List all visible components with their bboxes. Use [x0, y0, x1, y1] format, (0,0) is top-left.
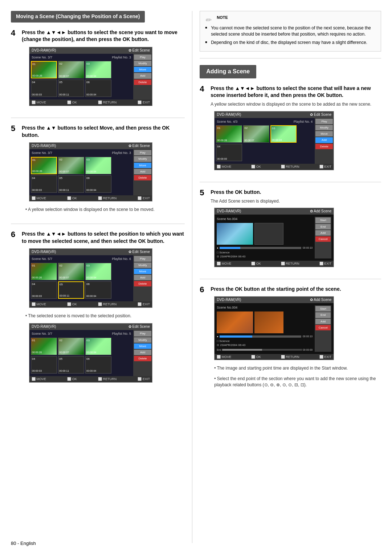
s5-thumb-5: 05 00:00:11 [58, 175, 84, 193]
add-btn[interactable]: Add [134, 73, 151, 78]
left-step6: 6 Press the ▲▼◄► buttons to select the p… [11, 231, 185, 387]
step6-content: Press the ▲▼◄► buttons to select the pos… [22, 231, 185, 387]
step6-number: 6 [11, 231, 19, 239]
footer-ok: ⬜ OK [67, 100, 77, 105]
thumb-row-1: 01 00:00:26 02 00:00:07 03 00:00:04 [31, 61, 132, 78]
divider-1 [11, 118, 185, 118]
left-step4: 4 Press the ▲▼◄► buttons to select the s… [11, 29, 185, 111]
step5-bullet: A yellow selection window is displayed o… [22, 207, 185, 213]
note-label: NOTE [217, 15, 228, 20]
right-step6: 6 Press the OK button at the starting po… [200, 286, 381, 392]
note-item-2: Depending on the kind of disc, the displ… [205, 40, 376, 46]
note-box: ✏ NOTE You cannot move the selected scen… [200, 11, 381, 52]
step4-number: 4 [11, 29, 19, 37]
step4-screen-header-right: ✿ Edit Scene [128, 48, 150, 53]
s5-thumb-4: 04 00:00:03 [31, 175, 57, 193]
thumb-4: 04 00:00:03 [31, 80, 57, 97]
add-scene-no: Scene No.004 [217, 217, 313, 221]
add-scene-info2: ⊙ 23/APR/2004 06:43 [217, 254, 313, 258]
note-icon: ✏ [205, 15, 214, 25]
add-scene6-info2: ⊙ 23/APR/2004 06:43 [217, 343, 313, 347]
right-step4-note: A yellow selection window is displayed o… [211, 101, 381, 107]
s5-thumb-1: 01 00:00:26 [31, 157, 57, 174]
right-step6-content: Press the OK button at the starting poin… [211, 286, 381, 392]
step4-thumbnails: Scene No. 3/7 Playlist No. 3 01 00:00:26… [29, 54, 133, 100]
right-step6-screen: DVD-RAM(VR) ✿ Add Scene Scene No.004 ● [214, 296, 334, 360]
right-step5: 5 Press the OK button. The Add Scene scr… [200, 189, 381, 272]
step6-text: Press the ▲▼◄► buttons to select the pos… [22, 231, 185, 245]
note-item-1: You cannot move the selected scene to th… [205, 25, 376, 37]
thumb-5: 05 00:00:11 [58, 80, 84, 97]
right-step4-screen: DVD-RAM(VR) ✿ Edit Scene Scene No. 4/3 P… [214, 111, 334, 170]
thumb-1: 01 00:00:26 [31, 61, 57, 78]
footer-move: ⬜ MOVE [32, 100, 46, 105]
add-scene6-info1: □ Science [217, 339, 313, 343]
add-scene6-no: Scene No.004 [217, 305, 313, 310]
right-column: ✏ NOTE You cannot move the selected scen… [192, 11, 381, 543]
page-footer: 80 - English [11, 540, 36, 547]
right-step4: 4 Press the ▲▼◄► buttons to select the s… [200, 85, 381, 175]
divider-right-3 [200, 279, 381, 279]
right-step5-text: Press the OK button. [211, 189, 381, 196]
step5-screen: DVD-RAM(VR) ✿ Edit Scene Scene No. 3/7 P… [29, 142, 152, 201]
page-lang: English [20, 541, 36, 546]
step4-screen-header: DVD-RAM(VR) ✿ Edit Scene [29, 47, 152, 54]
right-step5-number: 5 [200, 189, 208, 197]
right-step5-screen: DVD-RAM(VR) ✿ Add Scene Scene No.004 ● [214, 208, 334, 267]
right-step6-bullet1: The image and starting point time are di… [211, 365, 381, 371]
right-step6-text: Press the OK button at the starting poin… [211, 286, 381, 293]
s5-thumb-3: 03 00:00:04 [85, 157, 111, 174]
move-btn[interactable]: Move [134, 67, 151, 72]
step4-screen-body: Scene No. 3/7 Playlist No. 3 01 00:00:26… [29, 54, 152, 100]
step4-label-row: Scene No. 3/7 Playlist No. 3 [31, 55, 132, 60]
left-step5: 5 Press the ▲▼ buttons to select Move, a… [11, 125, 185, 217]
step4-content: Press the ▲▼◄► buttons to select the sce… [22, 29, 185, 111]
right-step6-bullet2: Select the end point of the section wher… [211, 376, 381, 388]
note-list: You cannot move the selected scene to th… [205, 25, 376, 45]
step6-screen1: DVD-RAM(VR) ✿ Edit Scene Scene No. 5/7 P… [29, 248, 152, 307]
step5-content: Press the ▲▼ buttons to select Move, and… [22, 125, 185, 217]
page-number: 80 [11, 541, 16, 546]
playlist-label: Playlist No. 3 [112, 55, 131, 60]
scene-label: Scene No. 3/7 [32, 55, 52, 60]
add-scene-info1: □ Science [217, 250, 313, 254]
divider-right-1 [200, 58, 381, 58]
add-scene6-preview-main [217, 311, 253, 333]
divider-2 [11, 224, 185, 224]
right-section-banner: Adding a Scene [200, 65, 256, 78]
thumb-6: 06 00:00:04 [85, 80, 111, 97]
thumb-row-2: 04 00:00:03 05 00:00:11 06 00:00:04 [31, 80, 132, 97]
right-step4-content: Press the ▲▼◄► buttons to select the sce… [211, 85, 381, 175]
step4-screen-footer: ⬜ MOVE ⬜ OK ⬜ RETURN ⬜ EXIT [29, 99, 152, 106]
footer-exit: ⬜ EXIT [138, 100, 150, 105]
step6-bullet1: The selected scene is moved to the selec… [22, 313, 185, 319]
step4-screen-header-left: DVD-RAM(VR) [32, 48, 56, 53]
modify-btn[interactable]: Modify [134, 61, 151, 66]
s5-thumb-2: 02 00:00:07 [58, 157, 84, 174]
footer-return: ⬜ RETURN [98, 100, 117, 105]
add-scene-preview-end [254, 223, 283, 245]
add-scene-preview-main [217, 223, 253, 245]
step5-text: Press the ▲▼ buttons to select Move, and… [22, 125, 185, 139]
right-step5-content: Press the OK button. The Add Scene scree… [211, 189, 381, 272]
delete-btn[interactable]: Delete [134, 80, 151, 85]
right-step6-number: 6 [200, 286, 208, 294]
left-column: Moving a Scene (Changing the Position of… [11, 11, 192, 543]
thumb-2: 02 00:00:07 [58, 61, 84, 78]
add-scene6-preview-end [254, 311, 283, 333]
right-step4-text: Press the ▲▼◄► buttons to select the sce… [211, 85, 381, 99]
step4-sidebar: Play Modify Move Add Delete [133, 54, 152, 100]
play-btn[interactable]: Play [134, 54, 151, 60]
right-step4-number: 4 [200, 85, 208, 93]
step4-screen: DVD-RAM(VR) ✿ Edit Scene Scene No. 3/7 P… [29, 47, 152, 106]
step5-number: 5 [11, 125, 19, 133]
s5-thumb-6: 06 00:00:04 [85, 175, 111, 193]
thumb-3: 03 00:00:04 [85, 61, 111, 78]
divider-right-2 [200, 182, 381, 182]
step6-screen2: DVD-RAM(VR) ✿ Edit Scene Scene No. 3/7 P… [29, 323, 152, 382]
left-section-banner: Moving a Scene (Changing the Position of… [11, 11, 145, 23]
right-step5-note: The Add Scene screen is displayed. [211, 198, 381, 204]
step4-text: Press the ▲▼◄► buttons to select the sce… [22, 29, 185, 43]
